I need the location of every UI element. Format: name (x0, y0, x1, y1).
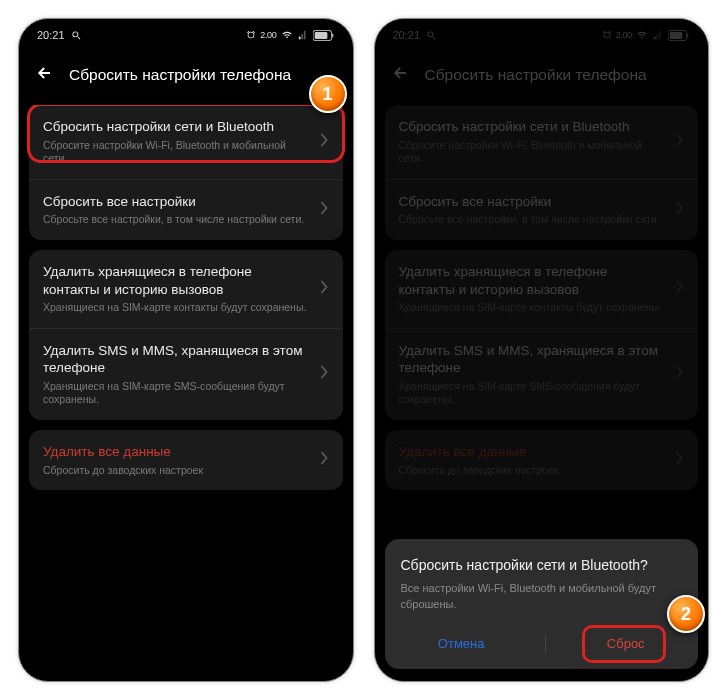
item-sub: Сбросите настройки Wi-Fi, Bluetooth и мо… (43, 139, 312, 166)
step-marker-1: 1 (309, 75, 347, 113)
svg-rect-1 (331, 33, 333, 37)
header: Сбросить настройки телефона (19, 47, 353, 105)
group-1: Сбросить настройки сети и Bluetooth Сбро… (29, 105, 343, 240)
item-sub: Хранящиеся на SIM-карте SMS-сообщения бу… (43, 380, 312, 407)
item-title: Сбросить все настройки (43, 193, 312, 211)
battery-icon (313, 30, 335, 41)
phone-right: 20:21 2.00 Сбросить настройки телефона С… (374, 18, 710, 682)
item-delete-contacts[interactable]: Удалить хранящиеся в телефоне контакты и… (29, 250, 343, 328)
wifi-icon (281, 30, 293, 40)
confirm-sheet: Сбросить настройки сети и Bluetooth? Все… (385, 539, 699, 669)
group-2: Удалить хранящиеся в телефоне контакты и… (29, 250, 343, 420)
phone-left: 20:21 2.00 Сбросить настройки телефона С… (18, 18, 354, 682)
action-divider (545, 635, 546, 653)
back-button[interactable] (35, 63, 55, 87)
status-time: 20:21 (37, 29, 65, 41)
search-icon (71, 30, 82, 41)
item-reset-all-settings[interactable]: Сбросить все настройки Сбросьте все наст… (29, 179, 343, 240)
item-sub: Сбросьте все настройки, в том числе наст… (43, 213, 312, 227)
sheet-actions: Отмена Сброс (401, 630, 683, 657)
item-delete-sms[interactable]: Удалить SMS и MMS, хранящиеся в этом тел… (29, 328, 343, 420)
item-title: Удалить хранящиеся в телефоне контакты и… (43, 263, 312, 298)
item-sub: Хранящиеся на SIM-карте контакты будут с… (43, 301, 312, 315)
item-delete-all-data[interactable]: Удалить все данные Сбросить до заводских… (29, 430, 343, 490)
sheet-sub: Все настройки Wi-Fi, Bluetooth и мобильн… (401, 581, 683, 612)
item-title: Сбросить настройки сети и Bluetooth (43, 118, 312, 136)
settings-content: Сбросить настройки сети и Bluetooth Сбро… (19, 105, 353, 681)
chevron-right-icon (320, 365, 329, 383)
item-sub: Сбросить до заводских настроек (43, 464, 312, 478)
chevron-right-icon (320, 133, 329, 151)
step-marker-2: 2 (667, 595, 705, 633)
chevron-right-icon (320, 280, 329, 298)
chevron-right-icon (320, 451, 329, 469)
item-reset-network[interactable]: Сбросить настройки сети и Bluetooth Сбро… (29, 105, 343, 179)
signal-icon (297, 30, 309, 40)
chevron-right-icon (320, 201, 329, 219)
alarm-icon (246, 30, 256, 40)
svg-rect-2 (314, 32, 327, 39)
page-title: Сбросить настройки телефона (69, 66, 291, 84)
cancel-button[interactable]: Отмена (424, 630, 499, 657)
item-title: Удалить SMS и MMS, хранящиеся в этом тел… (43, 342, 312, 377)
item-title: Удалить все данные (43, 443, 312, 461)
group-3: Удалить все данные Сбросить до заводских… (29, 430, 343, 490)
status-net: 2.00 (260, 30, 276, 40)
status-bar: 20:21 2.00 (19, 19, 353, 47)
sheet-title: Сбросить настройки сети и Bluetooth? (401, 557, 683, 573)
reset-button[interactable]: Сброс (593, 630, 659, 657)
